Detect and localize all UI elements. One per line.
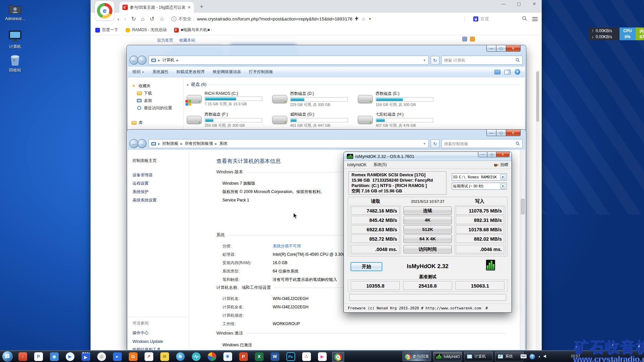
system-breadcrumb[interactable]: ▶ 控制面板 ▶ 所有控制面板项 ▶ 系统 ▼ xyxy=(149,139,429,148)
baidu-search-box[interactable]: 百度 xyxy=(473,16,514,22)
pinned-transfer-app-icon[interactable]: ↗ xyxy=(145,352,153,361)
breadcrumb-item[interactable]: 所有控制面板项 xyxy=(185,141,213,146)
drive-item-d[interactable]: 西数磁盘 (D:) 229 GB 可用, 共 300 GB xyxy=(272,90,357,108)
drive-item-c[interactable]: RICH RAMOS (C:) 7.15 GB 可用, 共 15.9 GB xyxy=(186,90,272,108)
explorer-close-button[interactable]: ✕ xyxy=(506,45,521,52)
breadcrumb-dropdown-icon[interactable]: ▼ xyxy=(423,142,426,145)
undo-extension-icon[interactable]: ↺ xyxy=(150,15,154,22)
drive-select[interactable]: C:\ Romex RAMDISK S ▼ xyxy=(452,173,507,181)
test-sequential-button[interactable]: 连续 xyxy=(404,206,452,215)
bookmark-item[interactable]: 矿 ■电脑与单片机■ - xyxy=(174,27,212,33)
taskbar-button-browser[interactable]: e 参与/回复... xyxy=(402,352,431,361)
desktop-icon-computer[interactable]: 计算机 xyxy=(1,29,30,50)
test-access-time-button[interactable]: 访问时间 xyxy=(404,245,452,253)
sidebar-remote-settings[interactable]: 远程设置 xyxy=(132,179,189,188)
pinned-video-editor-icon[interactable]: ▶ xyxy=(82,352,90,361)
sidebar-desktop[interactable]: 桌面 xyxy=(131,97,183,104)
pinned-g-app-icon[interactable]: G xyxy=(129,352,138,361)
net-monitor-widget[interactable]: ↑0.00KB/s ↓0.00KB/s CPU 0% 内存 67% xyxy=(589,27,644,40)
explorer-search-input[interactable] xyxy=(444,58,514,63)
taskbar-button-ismyhdok[interactable]: IsMyHdO... xyxy=(433,352,462,361)
new-tab-button[interactable]: + xyxy=(197,2,206,11)
rating-link[interactable]: 系统分级不可用 xyxy=(273,242,301,250)
pinned-browser-globe-icon[interactable]: ⊕ xyxy=(176,352,185,361)
bookmark-star-icon[interactable]: ☆ xyxy=(159,15,164,22)
tray-expand-icon[interactable]: ▲ xyxy=(538,355,541,358)
sidebar-downloads[interactable]: 下载 xyxy=(131,89,183,97)
sidebar-recent-places[interactable]: 最近访问的位置 xyxy=(131,104,183,112)
url-text[interactable]: www.crystalradio.cn/forum.php?mod=post&a… xyxy=(197,16,352,21)
pinned-chrome-browser-icon[interactable]: e xyxy=(332,352,344,362)
system-search-input[interactable] xyxy=(444,141,514,146)
tab-close-icon[interactable]: ✕ xyxy=(187,5,191,10)
system-scrollbar-thumb[interactable] xyxy=(521,199,525,214)
donate-button[interactable]: 捐赠 xyxy=(494,162,508,168)
pinned-powerpoint-icon[interactable]: P xyxy=(239,352,248,361)
breadcrumb-item[interactable]: 控制面板 xyxy=(162,141,178,146)
page-theme-icon[interactable] xyxy=(470,37,475,42)
sidebar-system-protection[interactable]: 系统保护 xyxy=(132,188,189,196)
duration-select[interactable]: 短期测试 (~ 30 秒) ▼ xyxy=(452,183,507,190)
toolbar-open-control-panel[interactable]: 打开控制面板 xyxy=(249,69,273,75)
sidebar-advanced-settings[interactable]: 高级系统设置 xyxy=(132,196,189,204)
test-4k-button[interactable]: 4K xyxy=(404,216,452,224)
volume-tray-icon[interactable] xyxy=(544,354,548,360)
page-scrollbar[interactable] xyxy=(536,70,540,350)
dropdown-arrow-icon[interactable]: ▼ xyxy=(500,174,505,180)
pinned-settings-gears-icon[interactable]: ✱ xyxy=(223,352,232,361)
url-dropdown-icon[interactable]: ▼ xyxy=(368,17,372,21)
toolbar-system-properties[interactable]: 系统属性 xyxy=(152,69,168,75)
system-search-box[interactable] xyxy=(441,139,523,148)
taskbar-button-system[interactable]: 系统 xyxy=(495,352,524,361)
ismyhdok-maximize-button[interactable]: ▢ xyxy=(487,152,496,157)
keyboard-tray-icon[interactable] xyxy=(521,354,527,360)
address-bar[interactable]: i 不安全 www.crystalradio.cn/forum.php?mod=… xyxy=(169,16,460,22)
drive-item-g[interactable]: 威刚磁盘 (G:) 401 GB 可用, 共 447 GB xyxy=(272,111,357,128)
toolbar-organize[interactable]: 组织 ▼ xyxy=(132,69,144,75)
pinned-disc-burner-icon[interactable]: ◎ xyxy=(97,352,106,361)
pinned-photoshop-icon[interactable]: Ps xyxy=(286,352,295,361)
system-minimize-button[interactable]: — xyxy=(486,130,496,136)
pinned-backup-tool-icon[interactable]: ↑ xyxy=(18,352,27,361)
system-close-button[interactable]: ✕ xyxy=(506,130,521,136)
pinned-health-monitor-icon[interactable] xyxy=(192,352,201,361)
pinned-screen-recorder-icon[interactable]: ◉ xyxy=(50,352,59,361)
menu-system[interactable]: 系统(S) xyxy=(373,162,387,168)
back-icon[interactable]: ‹ xyxy=(117,16,119,22)
desktop-icon-admin[interactable]: Administr... xyxy=(1,2,30,21)
preview-pane-icon[interactable] xyxy=(504,70,511,74)
brow­ser-tab[interactable]: 矿 参与/回复主题 - 16g固态可以装 ✕ xyxy=(119,2,194,13)
security-chip[interactable]: i 不安全 xyxy=(171,16,191,22)
ismyhdok-minimize-button[interactable]: — xyxy=(478,152,487,157)
toolbar-uninstall-programs[interactable]: 卸载或更改程序 xyxy=(176,69,205,75)
explorer-refresh-button[interactable]: ↻ xyxy=(431,56,439,65)
toolbar-map-network-drive[interactable]: 映射网络驱动器 xyxy=(213,69,241,75)
pinned-media-player-icon[interactable]: ▶ xyxy=(66,352,74,361)
home-icon[interactable]: ⌂ xyxy=(141,16,145,22)
browser-maximize-button[interactable]: ▢ xyxy=(516,1,522,6)
page-scrollbar-thumb[interactable] xyxy=(536,71,539,122)
start-button[interactable]: 开始 xyxy=(351,262,382,271)
pinned-excel-icon[interactable]: X xyxy=(255,352,264,361)
pinned-pim-app-icon[interactable]: ✉ xyxy=(160,352,169,361)
sidebar-device-manager[interactable]: 设备管理器 xyxy=(132,171,189,179)
system-forward-button[interactable]: → xyxy=(138,139,147,148)
help-tray-icon[interactable]: ? xyxy=(530,354,535,359)
test-64x4k-button[interactable]: 64 X 4K xyxy=(404,235,452,243)
start-button[interactable] xyxy=(2,351,13,362)
bookmark-item[interactable]: RAMOS - 无忧启动 xyxy=(125,27,167,33)
taskbar-button-computer[interactable]: 计算机 xyxy=(464,352,493,361)
test-512k-button[interactable]: 512K xyxy=(404,225,452,234)
views-icon[interactable] xyxy=(494,70,500,74)
system-refresh-button[interactable]: ↻ xyxy=(431,139,439,148)
breadcrumb-dropdown-icon[interactable]: ▼ xyxy=(423,59,426,62)
browser-close-button[interactable]: ✕ xyxy=(531,1,538,6)
explorer-minimize-button[interactable]: — xyxy=(486,45,496,52)
sidebar-performance-tools[interactable]: 性能信息和工具 xyxy=(132,346,189,350)
lightning-extension-icon[interactable] xyxy=(355,16,359,22)
system-scrollbar[interactable] xyxy=(520,150,525,350)
bookmark-page-star-icon[interactable]: ☆ xyxy=(361,16,366,22)
desktop-icon-recycle-bin[interactable]: 回收站 xyxy=(1,53,30,73)
pinned-word-icon[interactable]: W xyxy=(271,352,279,361)
harddisk-group-header[interactable]: ▲ 硬盘 (6) xyxy=(186,81,525,87)
